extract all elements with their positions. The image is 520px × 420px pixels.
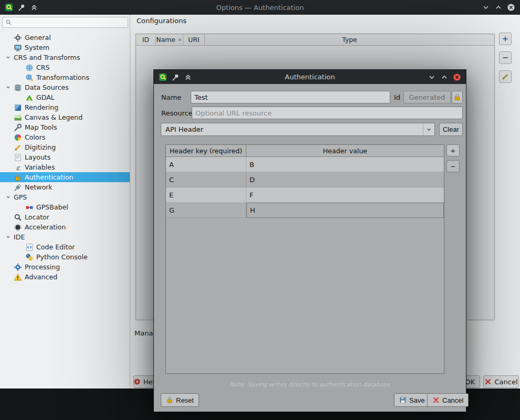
resource-field[interactable] — [192, 107, 463, 119]
sidebar-item-crs-and-transforms[interactable]: CRS and Transforms — [0, 52, 130, 62]
header-row-1[interactable]: AB — [166, 157, 444, 172]
sidebar-item-acceleration[interactable]: Acceleration — [0, 222, 130, 232]
maximize-chevron-up-icon[interactable] — [440, 73, 449, 81]
sidebar-item-layouts[interactable]: Layouts — [0, 152, 130, 162]
header-row-3[interactable]: EF — [166, 187, 444, 203]
sidebar-item-authentication[interactable]: Authentication — [0, 172, 130, 182]
sidebar-item-gps[interactable]: GPS — [0, 192, 130, 202]
header-row-2[interactable]: CD — [166, 172, 444, 187]
sidebar-item-python-console[interactable]: Python Console — [0, 252, 130, 262]
shade-double-chevron-up-icon[interactable] — [30, 3, 38, 12]
header-value-cell[interactable]: D — [246, 172, 444, 187]
header-key-cell[interactable]: A — [166, 157, 246, 172]
sidebar-item-network[interactable]: Network — [0, 182, 130, 192]
sidebar-item-code-editor[interactable]: Code Editor — [0, 242, 130, 252]
header-value-cell[interactable]: H — [246, 203, 444, 218]
window-title: Options — Authentication — [0, 4, 520, 12]
remove-header-button[interactable]: − — [446, 160, 460, 172]
column-header-uri[interactable]: URI — [183, 34, 205, 45]
expander-spacer — [2, 264, 14, 270]
sidebar-item-label: Python Console — [36, 253, 88, 261]
sidebar-item-gdal[interactable]: GDAL — [0, 92, 130, 102]
kv-column-header-value[interactable]: Header value — [246, 145, 444, 157]
page-title: Configurations — [137, 17, 186, 25]
column-header-label: URI — [188, 36, 199, 44]
save-icon — [399, 396, 407, 404]
name-field[interactable] — [191, 91, 390, 103]
search-input[interactable] — [14, 19, 125, 26]
sidebar-item-digitizing[interactable]: Digitizing — [0, 142, 130, 152]
sidebar-item-variables[interactable]: εVariables — [0, 162, 130, 172]
sidebar-item-colors[interactable]: Colors — [0, 132, 130, 142]
add-header-button[interactable]: + — [446, 144, 460, 156]
edit-config-button[interactable] — [499, 70, 512, 83]
sidebar-item-ide[interactable]: IDE — [0, 232, 130, 242]
maximize-chevron-up-icon[interactable] — [494, 3, 503, 12]
search-box[interactable] — [2, 17, 128, 28]
qgis-logo-icon — [159, 73, 167, 81]
expander-spacer — [14, 94, 25, 101]
close-icon[interactable] — [507, 3, 515, 12]
transform-globe-icon — [25, 74, 34, 82]
dialog-close-icon[interactable] — [453, 73, 461, 81]
expander-spacer — [2, 114, 14, 121]
expander-spacer — [2, 184, 14, 191]
minimize-chevron-down-icon[interactable] — [428, 73, 436, 81]
save-button[interactable]: Save — [394, 393, 430, 407]
dialog-cancel-button[interactable]: Cancel — [427, 393, 469, 407]
sidebar-item-general[interactable]: General — [0, 33, 130, 43]
header-value-cell[interactable]: B — [246, 157, 444, 172]
sidebar-item-system[interactable]: System — [0, 43, 130, 52]
auth-method-combo[interactable]: API Header — [161, 123, 435, 136]
sidebar-item-canvas-legend[interactable]: Canvas & Legend — [0, 112, 130, 122]
add-config-button[interactable] — [499, 33, 512, 45]
expander-chevron-icon[interactable] — [2, 84, 14, 91]
svg-text:ε: ε — [16, 163, 20, 171]
pin-icon[interactable] — [17, 3, 26, 12]
sidebar-item-locator[interactable]: Locator — [0, 212, 130, 222]
clear-button[interactable]: Clear — [439, 123, 463, 136]
sidebar: GeneralSystemCRS and TransformsCRSTransf… — [0, 15, 130, 388]
header-key-cell[interactable]: E — [166, 187, 246, 203]
sidebar-item-label: GDAL — [36, 93, 55, 101]
expander-chevron-icon[interactable] — [2, 234, 14, 240]
gdal-icon — [25, 93, 34, 102]
pin-icon[interactable] — [171, 73, 180, 81]
sidebar-item-label: General — [25, 34, 51, 41]
locator-icon — [14, 213, 22, 222]
sidebar-item-rendering[interactable]: Rendering — [0, 102, 130, 112]
sidebar-item-processing[interactable]: Processing — [0, 262, 130, 272]
cancel-button[interactable]: Cancel — [483, 375, 519, 388]
column-header-type[interactable]: Type — [205, 34, 494, 45]
column-header-name[interactable]: Name — [156, 34, 183, 45]
sidebar-item-map-tools[interactable]: Map Tools — [0, 122, 130, 132]
sidebar-item-label: Digitizing — [25, 143, 56, 151]
expander-spacer — [2, 224, 14, 230]
header-kv-table-header: Header key (required)Header value — [166, 145, 444, 157]
sidebar-item-data-sources[interactable]: Data Sources — [0, 82, 130, 92]
header-key-cell[interactable]: G — [166, 203, 246, 218]
sidebar-item-label: Processing — [25, 263, 60, 271]
expander-chevron-icon[interactable] — [2, 194, 14, 201]
code-icon — [25, 243, 34, 251]
column-header-id[interactable]: ID — [136, 34, 156, 45]
expander-chevron-icon[interactable] — [2, 54, 14, 61]
header-key-cell[interactable]: C — [166, 172, 246, 187]
id-lock-button[interactable] — [452, 91, 463, 103]
minimize-chevron-down-icon[interactable] — [482, 3, 490, 12]
sidebar-item-transformations[interactable]: Transformations — [0, 72, 130, 82]
header-value-cell[interactable]: F — [246, 187, 444, 203]
sidebar-item-crs[interactable]: CRS — [0, 62, 130, 72]
shade-double-chevron-up-icon[interactable] — [184, 73, 192, 81]
kv-column-header-key[interactable]: Header key (required) — [166, 145, 246, 157]
remove-config-button[interactable] — [499, 51, 512, 64]
cancel-x-icon — [432, 396, 440, 404]
sidebar-item-gpsbabel[interactable]: GPSBabel — [0, 202, 130, 212]
reset-button[interactable]: Reset — [161, 393, 199, 407]
sidebar-item-label: Data Sources — [25, 83, 69, 91]
globe-icon — [25, 64, 34, 72]
header-row-4[interactable]: GH — [166, 203, 444, 218]
sidebar-item-advanced[interactable]: Advanced — [0, 272, 130, 282]
expander-spacer — [2, 154, 14, 161]
sidebar-item-label: Map Tools — [25, 123, 57, 131]
